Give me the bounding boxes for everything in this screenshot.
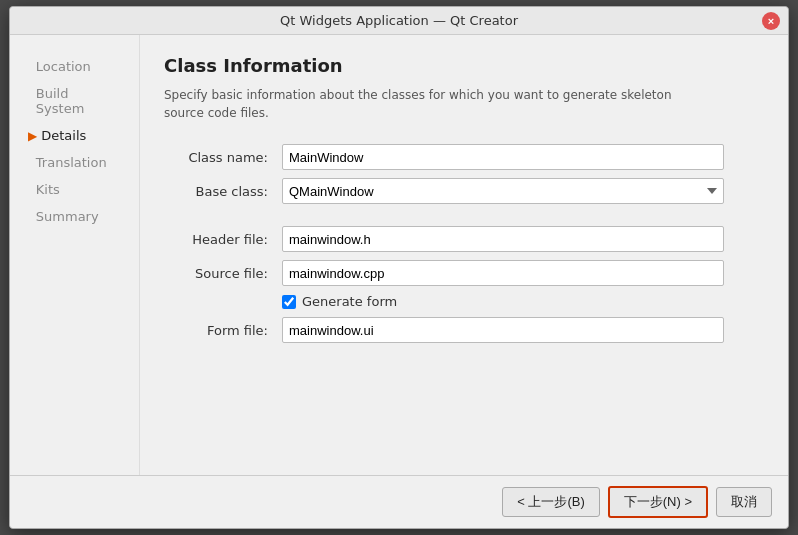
header-file-label: Header file: [164, 232, 274, 247]
sidebar: Location Build System ▶ Details Translat… [10, 35, 140, 475]
form-file-label: Form file: [164, 323, 274, 338]
sidebar-item-label: Summary [36, 209, 99, 224]
main-content: Class Information Specify basic informat… [140, 35, 788, 475]
back-button[interactable]: < 上一步(B) [502, 487, 600, 517]
sidebar-item-location[interactable]: Location [20, 55, 129, 78]
sidebar-item-label: Kits [36, 182, 60, 197]
source-file-label: Source file: [164, 266, 274, 281]
sidebar-item-label: Details [41, 128, 86, 143]
form-file-input[interactable] [282, 317, 724, 343]
class-name-label: Class name: [164, 150, 274, 165]
page-title: Class Information [164, 55, 764, 76]
close-button[interactable]: × [762, 12, 780, 30]
header-file-input[interactable] [282, 226, 724, 252]
sidebar-item-label: Build System [36, 86, 121, 116]
base-class-label: Base class: [164, 184, 274, 199]
arrow-icon [28, 210, 32, 224]
spacer-1 [164, 212, 274, 218]
sidebar-item-summary[interactable]: Summary [20, 205, 129, 228]
arrow-icon [28, 94, 32, 108]
window-title: Qt Widgets Application — Qt Creator [280, 13, 518, 28]
titlebar: Qt Widgets Application — Qt Creator × [10, 7, 788, 35]
class-info-form: Class name: Base class: QMainWindow QWid… [164, 144, 724, 343]
arrow-icon [28, 183, 32, 197]
generate-form-checkbox[interactable] [282, 295, 296, 309]
sidebar-item-build-system[interactable]: Build System [20, 82, 129, 120]
arrow-icon [28, 156, 32, 170]
sidebar-item-translation[interactable]: Translation [20, 151, 129, 174]
next-button[interactable]: 下一步(N) > [608, 486, 708, 518]
class-name-input[interactable] [282, 144, 724, 170]
arrow-icon [28, 60, 32, 74]
generate-form-row: Generate form [282, 294, 724, 309]
source-file-input[interactable] [282, 260, 724, 286]
sidebar-item-details[interactable]: ▶ Details [20, 124, 129, 147]
base-class-select[interactable]: QMainWindow QWidget QDialog [282, 178, 724, 204]
content-area: Location Build System ▶ Details Translat… [10, 35, 788, 475]
generate-form-label: Generate form [302, 294, 397, 309]
spacer-2 [282, 212, 724, 218]
sidebar-item-label: Location [36, 59, 91, 74]
cancel-button[interactable]: 取消 [716, 487, 772, 517]
arrow-icon: ▶ [28, 129, 37, 143]
footer: < 上一步(B) 下一步(N) > 取消 [10, 475, 788, 528]
page-description: Specify basic information about the clas… [164, 86, 684, 122]
main-window: Qt Widgets Application — Qt Creator × Lo… [9, 6, 789, 529]
sidebar-item-label: Translation [36, 155, 107, 170]
sidebar-item-kits[interactable]: Kits [20, 178, 129, 201]
